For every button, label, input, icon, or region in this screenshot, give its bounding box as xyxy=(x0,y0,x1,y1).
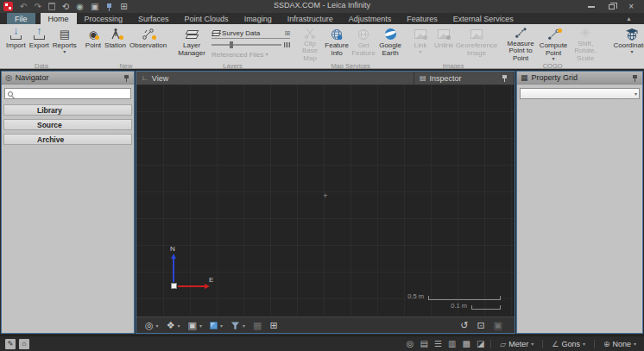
tab-home[interactable]: Home xyxy=(41,13,77,24)
accent-dot xyxy=(119,35,123,40)
stamp-icon[interactable]: ◉ xyxy=(76,3,84,11)
tab-point-clouds[interactable]: Point Clouds xyxy=(177,13,237,24)
accent-dot xyxy=(479,35,483,40)
object-selector[interactable]: ▾ xyxy=(520,88,640,99)
view-pin-icon[interactable] xyxy=(502,74,508,82)
pin-icon[interactable] xyxy=(105,3,113,11)
georeference-image-button: Georeference Image xyxy=(456,26,497,62)
import-button[interactable]: Import xyxy=(4,26,28,62)
new-observation-button[interactable]: Observation xyxy=(128,26,168,62)
dropdown-caret-icon: ▾ xyxy=(220,323,223,329)
angle-unit-dropdown[interactable]: ∠ Gons ▾ xyxy=(549,340,588,348)
navigator-search[interactable] xyxy=(4,88,131,99)
tab-imaging[interactable]: Imaging xyxy=(237,13,280,24)
property-grid-header: ▦ Property Grid xyxy=(517,72,642,85)
google-earth-button[interactable]: Google Earth xyxy=(376,26,404,62)
coordinates-button[interactable]: Coordinates ▾ xyxy=(608,26,644,62)
property-grid-pin-icon[interactable] xyxy=(632,74,639,82)
quick-access-toolbar: ↶ ↷ ⟲ ◉ ▣ ⊞ xyxy=(0,2,128,11)
slider-handle[interactable] xyxy=(230,41,233,48)
view-mode-icon: ◎ xyxy=(145,321,154,330)
ribbon-group-layers: Layer Manager Survey Data ⊞ Referenced F… xyxy=(171,24,294,68)
layer-transparency-slider[interactable] xyxy=(212,41,290,48)
cube-icon xyxy=(210,322,218,329)
slider-track[interactable] xyxy=(212,44,281,46)
restore-button[interactable] xyxy=(609,4,615,9)
navigator-section-source[interactable]: Source xyxy=(3,119,132,130)
active-layer-combo[interactable]: Survey Data ⊞ xyxy=(212,28,290,39)
list-view-toggle-icon[interactable]: ☰ xyxy=(434,339,442,348)
new-point-button[interactable]: Point xyxy=(84,26,103,62)
map-canvas[interactable]: + N E 0.5 m 0.1 m xyxy=(136,85,515,317)
ribbon-group-map-services: Clip Base Map Feature Info Get Feature xyxy=(294,24,407,68)
filter-button[interactable]: ▾ xyxy=(230,321,245,330)
point-icon xyxy=(89,28,98,41)
tab-adjustments[interactable]: Adjustments xyxy=(341,13,400,24)
referenced-files-label: Referenced Files xyxy=(212,51,263,59)
sync-icon[interactable]: ⟲ xyxy=(62,3,69,11)
navigator-section-archive[interactable]: Archive xyxy=(3,134,132,145)
measure-point-to-point-icon xyxy=(515,27,527,39)
collapse-ribbon-icon[interactable]: ▲ xyxy=(626,16,632,22)
leica-logo-icon[interactable] xyxy=(3,2,13,11)
inspector-toggle-icon[interactable]: ▤ xyxy=(420,339,428,348)
layer-manager-button[interactable]: Layer Manager xyxy=(174,26,210,62)
style-button[interactable]: ❖▾ xyxy=(167,321,180,330)
navigator-section-library[interactable]: Library xyxy=(3,104,132,116)
content-icon: ▣ xyxy=(188,321,197,330)
view-mode-button[interactable]: ◎▾ xyxy=(145,321,159,330)
media-toggle-icon[interactable]: ◪ xyxy=(477,339,484,348)
layers-toggle-icon[interactable]: ▥ xyxy=(448,339,456,348)
export-icon xyxy=(33,28,46,41)
crs-dropdown[interactable]: ⊕ None ▾ xyxy=(601,340,639,348)
compute-point-button[interactable]: Compute Point ▾ xyxy=(539,26,568,62)
referenced-files-button[interactable]: Referenced Files ▾ xyxy=(212,51,290,59)
reports-button[interactable]: Reports ▾ xyxy=(51,26,79,62)
tab-infrastructure[interactable]: Infrastructure xyxy=(280,13,341,24)
ribbon-tab-row: File Home Processing Surfaces Point Clou… xyxy=(0,13,644,24)
minimize-button[interactable] xyxy=(588,6,595,8)
shift-rotate-scale-button: Shift, Rotate, Scale xyxy=(568,26,603,62)
status-home-button[interactable]: ⌂ xyxy=(19,339,29,349)
active-layer-dropdown-icon[interactable]: ⊞ xyxy=(284,30,290,37)
tab-features[interactable]: Features xyxy=(399,13,445,24)
feature-info-button[interactable]: Feature Info xyxy=(323,26,350,62)
ribbon-group-new: Point Station Observation New xyxy=(81,24,171,68)
tab-view[interactable]: ∟ View xyxy=(136,72,414,85)
delete-icon[interactable] xyxy=(48,3,55,10)
background-color-button[interactable]: ▾ xyxy=(210,322,223,329)
crs-value: None xyxy=(612,340,631,348)
content-button[interactable]: ▣▾ xyxy=(188,321,202,330)
tab-surfaces[interactable]: Surfaces xyxy=(130,13,177,24)
tab-inspector[interactable]: ▤ Inspector xyxy=(414,72,515,85)
tab-file[interactable]: File xyxy=(7,13,35,24)
close-button[interactable]: × xyxy=(628,3,634,11)
dropdown-caret-icon: ▾ xyxy=(266,53,268,57)
length-unit-dropdown[interactable]: ▱ Meter ▾ xyxy=(497,340,536,348)
measure-point-to-point-button[interactable]: Measure Point to Point xyxy=(502,26,539,62)
status-edit-button[interactable]: ✎ xyxy=(5,339,16,349)
view-axis-icon: ∟ xyxy=(142,74,148,82)
refresh-view-icon[interactable]: ↺ xyxy=(460,321,468,330)
export-button[interactable]: Export xyxy=(28,26,51,62)
grid-toggle-button[interactable]: ⊞ xyxy=(269,321,277,330)
zoom-extents-icon[interactable]: ⊡ xyxy=(477,321,484,330)
dropdown-caret-icon: ▾ xyxy=(635,91,637,97)
navigator-search-input[interactable] xyxy=(16,90,128,98)
report-toggle-icon[interactable]: ▩ xyxy=(462,339,470,348)
property-grid-icon: ▦ xyxy=(521,74,528,82)
navigator-toggle-icon[interactable]: ◎ xyxy=(407,339,414,348)
archive-icon[interactable]: ▣ xyxy=(91,3,98,11)
redo-icon[interactable]: ↷ xyxy=(34,3,41,11)
tab-processing[interactable]: Processing xyxy=(77,13,131,24)
navigator-pin-icon[interactable] xyxy=(123,74,130,82)
unlink-image-icon xyxy=(438,29,450,39)
new-station-button[interactable]: Station xyxy=(103,26,128,62)
active-layer-value: Survey Data xyxy=(222,29,281,37)
divider xyxy=(542,340,543,348)
east-arrow-icon xyxy=(178,285,205,287)
tab-external-services[interactable]: External Services xyxy=(445,13,521,24)
undo-icon[interactable]: ↶ xyxy=(20,3,27,11)
new-window-icon[interactable]: ⊞ xyxy=(120,3,127,11)
link-image-button: Link ▾ xyxy=(409,26,432,62)
